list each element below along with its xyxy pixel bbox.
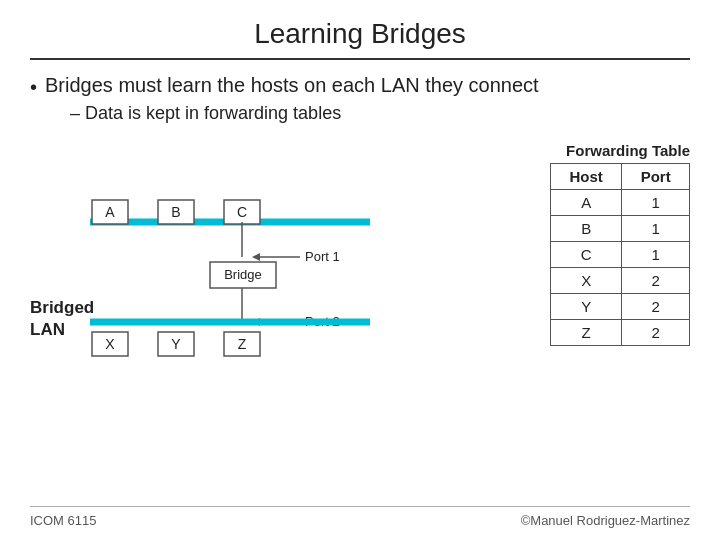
svg-text:Z: Z	[238, 336, 247, 352]
table-cell: C	[551, 242, 622, 268]
table-cell: A	[551, 190, 622, 216]
svg-text:X: X	[105, 336, 115, 352]
table-row: Z2	[551, 320, 690, 346]
table-row: Y2	[551, 294, 690, 320]
col-host: Host	[551, 164, 622, 190]
table-header-row: Host Port	[551, 164, 690, 190]
sub-bullet-1: – Data is kept in forwarding tables	[70, 103, 690, 124]
footer-left: ICOM 6115	[30, 513, 96, 528]
title-divider	[30, 58, 690, 60]
forwarding-table: Host Port A1B1C1X2Y2Z2	[550, 163, 690, 346]
svg-text:C: C	[237, 204, 247, 220]
main-content: BridgedLAN A B C	[30, 142, 690, 498]
table-cell: 2	[622, 320, 690, 346]
table-body: A1B1C1X2Y2Z2	[551, 190, 690, 346]
table-cell: 1	[622, 216, 690, 242]
svg-text:Port 1: Port 1	[305, 249, 340, 264]
footer-right: ©Manuel Rodriguez-Martinez	[521, 513, 690, 528]
page-title: Learning Bridges	[30, 18, 690, 50]
svg-text:Bridge: Bridge	[224, 267, 262, 282]
table-cell: 1	[622, 190, 690, 216]
col-port: Port	[622, 164, 690, 190]
forwarding-table-area: Forwarding Table Host Port A1B1C1X2Y2Z2	[510, 142, 690, 346]
footer: ICOM 6115 ©Manuel Rodriguez-Martinez	[30, 506, 690, 528]
bullet-1: • Bridges must learn the hosts on each L…	[30, 74, 690, 99]
svg-text:B: B	[171, 204, 180, 220]
page: Learning Bridges • Bridges must learn th…	[0, 0, 720, 540]
table-cell: 2	[622, 268, 690, 294]
network-diagram: A B C Port 1 Bridge	[30, 142, 410, 412]
table-cell: X	[551, 268, 622, 294]
bullet-1-text: Bridges must learn the hosts on each LAN…	[45, 74, 539, 97]
svg-text:Y: Y	[171, 336, 181, 352]
table-row: X2	[551, 268, 690, 294]
bullet-symbol: •	[30, 76, 37, 99]
table-cell: Y	[551, 294, 622, 320]
table-cell: B	[551, 216, 622, 242]
svg-text:A: A	[105, 204, 115, 220]
table-cell: Z	[551, 320, 622, 346]
diagram-area: BridgedLAN A B C	[30, 142, 500, 422]
table-cell: 2	[622, 294, 690, 320]
table-title: Forwarding Table	[566, 142, 690, 159]
table-row: B1	[551, 216, 690, 242]
table-row: A1	[551, 190, 690, 216]
table-cell: 1	[622, 242, 690, 268]
table-row: C1	[551, 242, 690, 268]
svg-marker-9	[252, 253, 260, 261]
